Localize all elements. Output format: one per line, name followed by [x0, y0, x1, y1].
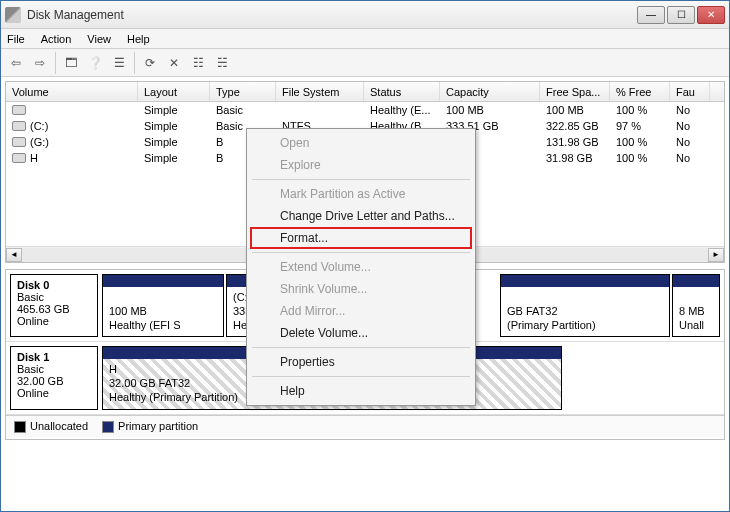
legend: Unallocated Primary partition [6, 415, 724, 437]
properties-icon[interactable]: 🗔 [60, 52, 82, 74]
legend-primary: Primary partition [118, 420, 198, 432]
ctx-mirror[interactable]: Add Mirror... [250, 300, 472, 322]
toolbar: ⇦ ⇨ 🗔 ❔ ☰ ⟳ ✕ ☷ ☵ [1, 49, 729, 77]
extra-icon[interactable]: ☵ [211, 52, 233, 74]
menu-action[interactable]: Action [41, 33, 72, 45]
disk-info[interactable]: Disk 0Basic465.63 GBOnline [10, 274, 98, 337]
ctx-separator [252, 347, 470, 348]
ctx-explore[interactable]: Explore [250, 154, 472, 176]
menu-file[interactable]: File [7, 33, 25, 45]
disk-info[interactable]: Disk 1Basic32.00 GBOnline [10, 346, 98, 409]
ctx-separator [252, 376, 470, 377]
col-pctfree[interactable]: % Free [610, 82, 670, 101]
refresh-icon[interactable]: ⟳ [139, 52, 161, 74]
partition[interactable]: 8 MBUnall [672, 274, 720, 337]
partition[interactable]: GB FAT32 (Primary Partition) [500, 274, 670, 337]
col-status[interactable]: Status [364, 82, 440, 101]
context-menu: Open Explore Mark Partition as Active Ch… [246, 128, 476, 406]
window-title: Disk Management [27, 8, 637, 22]
partition[interactable]: 100 MBHealthy (EFI S [102, 274, 224, 337]
maximize-button[interactable]: ☐ [667, 6, 695, 24]
ctx-separator [252, 179, 470, 180]
separator [134, 52, 135, 74]
ctx-properties[interactable]: Properties [250, 351, 472, 373]
ctx-separator [252, 252, 470, 253]
ctx-help[interactable]: Help [250, 380, 472, 402]
menu-view[interactable]: View [87, 33, 111, 45]
legend-primary-swatch [102, 421, 114, 433]
legend-unallocated: Unallocated [30, 420, 88, 432]
back-button[interactable]: ⇦ [5, 52, 27, 74]
ctx-format[interactable]: Format... [250, 227, 472, 249]
scroll-left-icon[interactable]: ◄ [6, 248, 22, 262]
col-freespace[interactable]: Free Spa... [540, 82, 610, 101]
list-icon[interactable]: ☰ [108, 52, 130, 74]
col-type[interactable]: Type [210, 82, 276, 101]
menubar: File Action View Help [1, 29, 729, 49]
close-button[interactable]: ✕ [697, 6, 725, 24]
table-row[interactable]: SimpleBasicHealthy (E...100 MB100 MB100 … [6, 102, 724, 118]
separator [55, 52, 56, 74]
ctx-delete[interactable]: Delete Volume... [250, 322, 472, 344]
ctx-extend[interactable]: Extend Volume... [250, 256, 472, 278]
col-volume[interactable]: Volume [6, 82, 138, 101]
menu-help[interactable]: Help [127, 33, 150, 45]
app-icon [5, 7, 21, 23]
ctx-mark-active[interactable]: Mark Partition as Active [250, 183, 472, 205]
help-icon[interactable]: ❔ [84, 52, 106, 74]
col-filesystem[interactable]: File System [276, 82, 364, 101]
delete-icon[interactable]: ✕ [163, 52, 185, 74]
forward-button[interactable]: ⇨ [29, 52, 51, 74]
settings-icon[interactable]: ☷ [187, 52, 209, 74]
scroll-right-icon[interactable]: ► [708, 248, 724, 262]
ctx-change-letter[interactable]: Change Drive Letter and Paths... [250, 205, 472, 227]
col-layout[interactable]: Layout [138, 82, 210, 101]
column-headers: Volume Layout Type File System Status Ca… [6, 82, 724, 102]
minimize-button[interactable]: — [637, 6, 665, 24]
col-fault[interactable]: Fau [670, 82, 710, 101]
ctx-shrink[interactable]: Shrink Volume... [250, 278, 472, 300]
titlebar: Disk Management — ☐ ✕ [1, 1, 729, 29]
legend-unallocated-swatch [14, 421, 26, 433]
ctx-open[interactable]: Open [250, 132, 472, 154]
col-capacity[interactable]: Capacity [440, 82, 540, 101]
